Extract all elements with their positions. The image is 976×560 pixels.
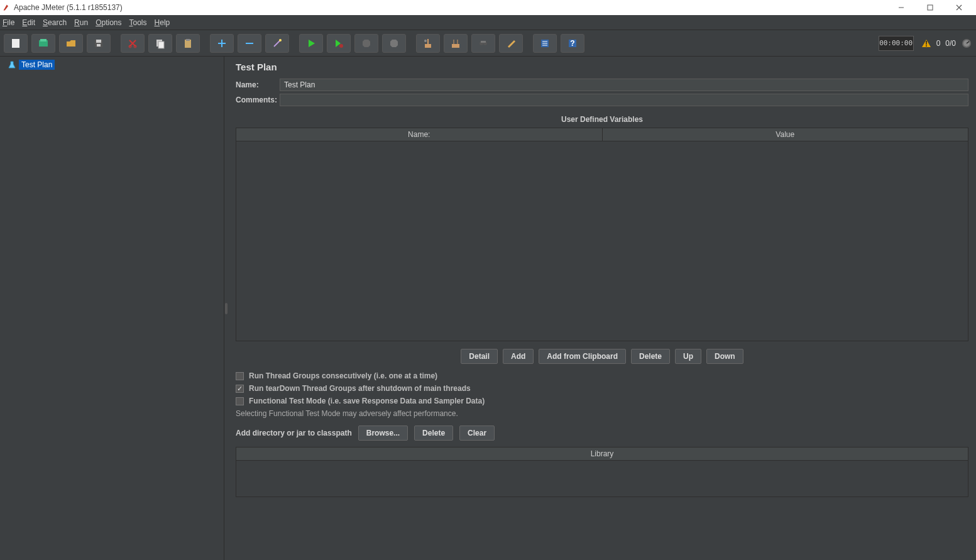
clipboard-icon <box>182 38 194 49</box>
functional-note: Selecting Functional Test Mode may adver… <box>236 409 968 418</box>
library-table[interactable]: Library <box>236 447 968 497</box>
up-button[interactable]: Up <box>675 349 701 364</box>
svg-rect-6 <box>40 39 47 41</box>
beaker-icon <box>8 60 16 69</box>
function-helper-button[interactable] <box>533 34 557 53</box>
cp-delete-button[interactable]: Delete <box>414 425 453 441</box>
gauge-icon[interactable] <box>961 38 972 49</box>
help-icon: ? <box>567 38 578 49</box>
browse-button[interactable]: Browse... <box>358 425 408 441</box>
save-icon <box>93 38 104 49</box>
copy-icon <box>155 38 166 49</box>
file-icon <box>10 38 21 49</box>
name-input[interactable] <box>280 79 968 91</box>
functional-label: Functional Test Mode (i.e. save Response… <box>249 397 485 405</box>
vars-table-body[interactable] <box>236 141 968 341</box>
menubar: File Edit Search Run Options Tools Help <box>0 15 976 30</box>
error-count: 0 <box>936 39 941 48</box>
search-button[interactable] <box>471 34 495 53</box>
maximize-button[interactable] <box>916 0 945 15</box>
window-title: Apache JMeter (5.1.1 r1855137) <box>14 3 123 12</box>
wand-icon <box>271 38 283 49</box>
app-feather-icon <box>3 4 10 11</box>
clear-all-button[interactable] <box>444 34 468 53</box>
collapse-button[interactable] <box>238 34 261 53</box>
list-icon <box>539 38 551 49</box>
help-button[interactable]: ? <box>561 34 584 53</box>
cp-clear-button[interactable]: Clear <box>459 425 495 441</box>
start-button[interactable] <box>299 34 323 53</box>
warning-icon: ! <box>921 38 931 48</box>
open-button[interactable] <box>59 34 83 53</box>
play-icon <box>305 38 317 49</box>
save-button[interactable] <box>87 34 111 53</box>
delete-var-button[interactable]: Delete <box>631 349 670 364</box>
tree-root-node[interactable]: Test Plan <box>0 59 224 70</box>
menu-tools[interactable]: Tools <box>129 18 147 27</box>
expand-button[interactable] <box>210 34 234 53</box>
menu-run[interactable]: Run <box>74 18 88 27</box>
svg-text:!: ! <box>925 40 928 48</box>
content-area: Test Plan Test Plan Name: Comments: User… <box>0 57 976 560</box>
elapsed-timer: 00:00:00 <box>879 36 914 51</box>
templates-button[interactable] <box>31 34 55 53</box>
reset-search-button[interactable] <box>499 34 523 53</box>
functional-checkbox[interactable] <box>236 397 244 405</box>
panel-heading: Test Plan <box>236 62 968 72</box>
vars-table[interactable]: Name: Value <box>236 128 968 341</box>
menu-file[interactable]: File <box>3 18 14 27</box>
svg-rect-29 <box>452 44 459 48</box>
down-button[interactable]: Down <box>706 349 743 364</box>
paste-button[interactable] <box>176 34 200 53</box>
svg-rect-4 <box>12 39 19 48</box>
copy-button[interactable] <box>148 34 172 53</box>
vars-col-name: Name: <box>236 128 603 141</box>
clear-button[interactable] <box>416 34 440 53</box>
scissors-icon <box>127 38 138 49</box>
vars-col-value: Value <box>603 128 968 141</box>
svg-text:?: ? <box>570 39 574 48</box>
teardown-label: Run tearDown Thread Groups after shutdow… <box>249 384 471 393</box>
add-button[interactable]: Add <box>503 349 534 364</box>
shutdown-button[interactable] <box>382 34 406 53</box>
window-titlebar: Apache JMeter (5.1.1 r1855137) <box>0 0 976 15</box>
shutdown-icon <box>388 38 400 49</box>
stop-button[interactable] <box>354 34 378 53</box>
classpath-label: Add directory or jar to classpath <box>236 429 352 437</box>
svg-rect-8 <box>96 40 101 43</box>
menu-options[interactable]: Options <box>96 18 121 27</box>
svg-rect-1 <box>928 5 933 10</box>
consecutive-checkbox[interactable] <box>236 372 244 380</box>
test-plan-tree[interactable]: Test Plan <box>0 57 224 560</box>
library-header: Library <box>236 447 968 461</box>
broom-icon <box>422 38 434 49</box>
binoculars-icon <box>478 38 489 49</box>
cut-button[interactable] <box>121 34 145 53</box>
detail-button[interactable]: Detail <box>461 349 498 364</box>
start-no-pause-button[interactable] <box>327 34 351 53</box>
svg-marker-24 <box>363 40 370 47</box>
svg-rect-13 <box>158 41 164 48</box>
toggle-button[interactable] <box>265 34 289 53</box>
comments-label: Comments: <box>236 96 280 104</box>
name-label: Name: <box>236 80 280 89</box>
template-icon <box>38 38 49 49</box>
broom-all-icon <box>450 38 461 49</box>
menu-search[interactable]: Search <box>43 18 67 27</box>
new-button[interactable] <box>4 34 28 53</box>
svg-rect-26 <box>425 44 431 48</box>
svg-point-23 <box>339 44 343 48</box>
minimize-button[interactable] <box>887 0 916 15</box>
svg-marker-35 <box>508 40 515 48</box>
consecutive-label: Run Thread Groups consecutively (i.e. on… <box>249 371 437 380</box>
comments-input[interactable] <box>280 94 968 106</box>
close-button[interactable] <box>945 0 973 15</box>
add-from-clipboard-button[interactable]: Add from Clipboard <box>539 349 626 364</box>
menu-edit[interactable]: Edit <box>22 18 35 27</box>
toolbar: ? 00:00:00 ! 0 0/0 <box>0 30 976 57</box>
svg-rect-15 <box>186 39 190 41</box>
menu-help[interactable]: Help <box>155 18 170 27</box>
minus-icon <box>244 38 255 49</box>
folder-open-icon <box>65 38 77 49</box>
teardown-checkbox[interactable] <box>236 385 244 393</box>
